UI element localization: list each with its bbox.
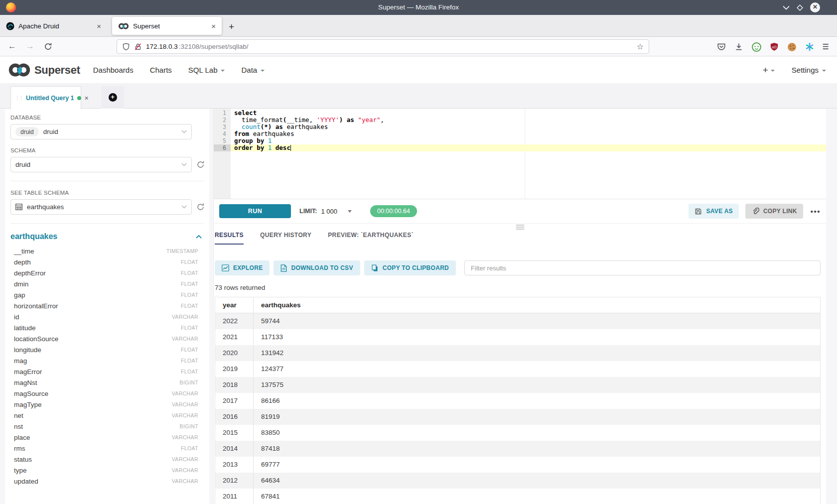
download-icon[interactable] [734,42,743,51]
nav-item-dashboards[interactable]: Dashboards [93,66,134,74]
table-value: earthquakes [27,203,64,211]
bookmark-star-icon[interactable]: ☆ [637,42,644,51]
url-bar[interactable]: 172.18.0.3 :32108/superset/sqllab/ ☆ [117,39,649,54]
schema-columns: __timeTIMESTAMPdepthFLOATdepthErrorFLOAT… [10,246,198,487]
schema-column-row: locationSourceVARCHAR [10,333,198,344]
column-type: FLOAT [181,347,198,353]
table-schema-label: SEE TABLE SCHEMA [10,190,209,196]
filter-results-input[interactable] [464,260,821,275]
table-cell: 83850 [254,425,821,441]
column-type: BIGINT [180,423,198,429]
browser-tab-superset[interactable]: Superset × [112,17,222,35]
schema-column-row: longitudeFLOAT [10,344,198,355]
column-name: nst [14,423,23,430]
superset-navbar: Superset Dashboards Charts SQL Lab Data … [0,57,837,83]
database-select[interactable]: druid druid [10,124,192,139]
column-name: dmin [14,280,28,288]
add-new-button[interactable]: + [763,65,775,76]
privacy-badger-icon[interactable] [752,42,761,52]
window-close-icon[interactable]: ✕ [810,2,820,12]
sqllab-main-panel: 123456 select time_format(__time, 'YYYY'… [213,109,826,504]
gutter-line-number: 6 [214,144,231,151]
table-select[interactable]: earthquakes [10,199,192,215]
column-type: FLOAT [181,281,198,287]
cookie-icon[interactable] [787,42,797,52]
query-tab-close-icon[interactable]: × [85,94,89,102]
text-cursor [290,145,291,151]
table-cell: 2014 [215,441,254,457]
column-name: magSource [14,390,48,397]
chevron-up-icon[interactable] [196,235,202,239]
plus-circle-icon: + [109,93,117,102]
pocket-icon[interactable] [717,42,726,51]
window-maximize-icon[interactable] [796,4,804,11]
window-minimize-icon[interactable] [783,5,790,10]
druid-favicon [6,22,14,30]
shield-icon[interactable] [122,43,130,51]
tab-query-history[interactable]: QUERY HISTORY [260,232,311,245]
nav-item-data[interactable]: Data [241,66,265,74]
copy-link-button[interactable]: COPY LINK [745,204,803,219]
tab-close-icon[interactable]: × [211,22,216,30]
new-tab-button[interactable]: + [229,21,234,32]
reload-icon[interactable] [44,42,52,51]
query-tab-active[interactable]: ⋮⋮ Untitled Query 1 × [10,86,81,109]
column-name: magType [14,401,42,408]
container-tabs-icon[interactable] [805,42,814,51]
column-header-earthquakes: earthquakes [254,297,821,313]
save-as-button[interactable]: SAVE AS [689,204,738,219]
more-options-button[interactable]: ••• [811,207,821,216]
browser-tabstrip: Apache Druid × Superset × + [0,15,837,36]
table-heading: earthquakes [10,232,57,241]
refresh-tables-icon[interactable] [196,203,205,211]
tab-preview-earthquakes[interactable]: PREVIEW: `EARTHQUAKES` [328,232,414,245]
file-icon [280,264,287,272]
url-path: :32108/superset/sqllab/ [179,43,249,50]
browser-titlebar: Superset — Mozilla Firefox ✕ [0,0,837,15]
limit-control[interactable]: LIMIT: 1 000 [291,208,352,215]
schema-select[interactable]: druid [10,157,192,172]
nav-item-sql-lab[interactable]: SQL Lab [188,66,225,74]
explore-button[interactable]: EXPLORE [215,260,270,275]
chevron-down-icon[interactable] [348,210,352,213]
schema-column-row: nstBIGINT [10,421,198,432]
chevron-down-icon [181,163,187,166]
drag-handle-icon[interactable]: ⋮⋮ [15,96,23,101]
new-query-tab[interactable]: + [101,86,124,109]
chart-icon [222,264,229,271]
forward-icon[interactable]: → [26,41,34,51]
results-pane: RESULTS QUERY HISTORY PREVIEW: `EARTHQUA… [214,224,826,504]
superset-logo[interactable]: Superset [8,62,80,78]
table-cell: 117133 [254,329,821,345]
schema-column-row: depthErrorFLOAT [10,267,198,278]
schema-column-row: magSourceVARCHAR [10,388,198,399]
tab-close-icon[interactable]: × [97,22,101,30]
copy-clipboard-button[interactable]: COPY TO CLIPBOARD [364,260,456,275]
nav-item-charts[interactable]: Charts [150,66,172,74]
database-label: DATABASE [10,115,209,121]
column-type: FLOAT [181,292,198,298]
back-icon[interactable]: ← [8,41,16,51]
ublock-origin-icon[interactable]: uO [770,42,779,51]
gutter-line-number: 1 [214,110,231,117]
column-type: FLOAT [181,325,198,331]
schema-column-row: horizontalErrorFLOAT [10,300,198,311]
tab-results[interactable]: RESULTS [215,232,244,245]
sql-editor[interactable]: 123456 select time_format(__time, 'YYYY'… [214,109,826,199]
column-type: VARCHAR [172,467,198,473]
column-type: FLOAT [181,270,198,276]
table-cell: 86166 [254,393,821,409]
database-value: druid [43,128,58,135]
schema-column-row: dminFLOAT [10,278,198,289]
download-csv-button[interactable]: DOWNLOAD TO CSV [274,260,360,275]
menu-icon[interactable]: ☰ [823,42,829,51]
refresh-schema-icon[interactable] [196,160,205,169]
editor-code[interactable]: select time_format(__time, 'YYYY') as "y… [231,109,826,199]
column-name: horizontalError [14,302,58,310]
browser-tab-druid[interactable]: Apache Druid × [0,17,107,35]
lock-insecure-icon[interactable] [134,43,142,51]
run-button[interactable]: RUN [219,204,291,218]
chevron-down-icon [181,205,187,209]
settings-menu[interactable]: Settings [792,66,826,74]
column-name: type [14,467,27,474]
